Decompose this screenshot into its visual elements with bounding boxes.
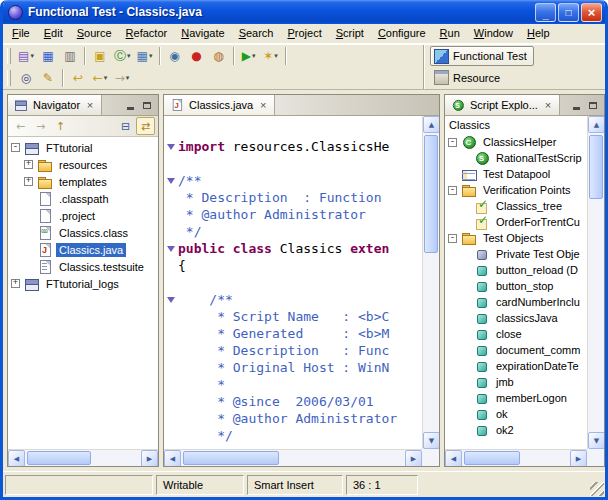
scroll-thumb[interactable] — [589, 135, 603, 199]
scroll-up-button[interactable]: ▲ — [423, 116, 440, 133]
menu-item-edit[interactable]: Edit — [37, 24, 70, 43]
script-hscrollbar[interactable]: ◀ ▶ — [445, 449, 587, 466]
scroll-track[interactable] — [423, 133, 439, 432]
scroll-thumb[interactable] — [27, 451, 91, 465]
navigator-tab[interactable]: Navigator × — [8, 95, 102, 115]
tree-item[interactable]: ok2 — [445, 422, 587, 438]
editor-vscrollbar[interactable]: ▲ ▼ — [422, 116, 439, 449]
tree-expander-plus-icon[interactable]: + — [24, 177, 33, 186]
maximize-view-icon[interactable] — [586, 99, 600, 112]
close-view-icon[interactable]: × — [84, 99, 96, 111]
tree-item[interactable]: OrderForTrentCu — [445, 214, 587, 230]
scroll-track[interactable] — [25, 450, 141, 466]
resize-grip-icon[interactable] — [590, 482, 604, 496]
menu-item-refactor[interactable]: Refactor — [119, 24, 175, 43]
tree-item[interactable]: button_reload (D — [445, 262, 587, 278]
toolbar-grip-icon[interactable] — [7, 48, 11, 64]
toolbar-grip-icon[interactable] — [7, 70, 11, 86]
maximize-view-icon[interactable] — [140, 99, 154, 112]
menu-item-project[interactable]: Project — [281, 24, 329, 43]
menu-item-script[interactable]: Script — [329, 24, 371, 43]
app-icon[interactable] — [8, 5, 23, 20]
tree-item[interactable]: close — [445, 326, 587, 342]
tree-item[interactable]: document_comm — [445, 342, 587, 358]
menu-item-source[interactable]: Source — [70, 24, 119, 43]
scroll-thumb[interactable] — [424, 135, 438, 253]
minimize-view-icon[interactable] — [569, 99, 583, 112]
tree-item[interactable]: jmb — [445, 374, 587, 390]
tree-item[interactable]: Classics_tree — [445, 198, 587, 214]
scroll-track[interactable] — [181, 450, 405, 466]
menu-item-window[interactable]: Window — [467, 24, 520, 43]
up-icon[interactable]: ↑ — [51, 117, 70, 135]
menu-item-file[interactable]: File — [5, 24, 37, 43]
new-test-folder-button[interactable]: ▣ — [89, 46, 111, 66]
forward-button[interactable]: →▾ — [111, 68, 133, 88]
new-datapool-button[interactable]: ▦▾ — [134, 46, 156, 66]
tree-expander-plus-icon[interactable]: + — [24, 160, 33, 169]
record-button[interactable]: ● — [186, 46, 208, 66]
menu-item-navigate[interactable]: Navigate — [174, 24, 231, 43]
tree-item[interactable]: Private Test Obje — [445, 246, 587, 262]
tree-item[interactable]: Classics.java — [8, 241, 158, 258]
run-button[interactable]: ▶▾ — [238, 46, 260, 66]
link-editor-icon[interactable]: ⇄ — [136, 117, 155, 135]
tree-item[interactable]: +FTtutorial_logs — [8, 275, 158, 292]
insert-recording-button[interactable]: ◍ — [208, 46, 230, 66]
tree-expander-minus-icon[interactable]: - — [448, 186, 457, 195]
tree-item[interactable]: expirationDateTe — [445, 358, 587, 374]
scroll-track[interactable] — [588, 133, 604, 432]
tree-item[interactable]: -ClassicsHelper — [445, 134, 587, 150]
tree-item[interactable]: memberLogon — [445, 390, 587, 406]
scroll-right-button[interactable]: ▶ — [405, 450, 422, 467]
maximize-button[interactable]: □ — [558, 3, 579, 22]
close-view-icon[interactable]: × — [542, 99, 554, 111]
tree-item[interactable]: Classics.class — [8, 224, 158, 241]
scroll-right-button[interactable]: ▶ — [141, 450, 158, 467]
tree-item[interactable]: -Test Objects — [445, 230, 587, 246]
tree-item[interactable]: +resources — [8, 156, 158, 173]
fold-marker-icon[interactable] — [164, 240, 178, 257]
tree-item[interactable]: button_stop — [445, 278, 587, 294]
perspective-resource[interactable]: Resource — [430, 68, 507, 88]
fold-marker-icon[interactable] — [164, 172, 178, 189]
fold-marker-icon[interactable] — [164, 291, 178, 308]
scroll-up-button[interactable]: ▲ — [588, 116, 605, 133]
new-class-button[interactable]: Ⓒ▾ — [111, 46, 134, 66]
print-button[interactable]: ▥ — [59, 46, 81, 66]
scroll-left-button[interactable]: ◀ — [164, 450, 181, 467]
tree-item[interactable]: +templates — [8, 173, 158, 190]
search-button[interactable]: ◎ — [15, 68, 37, 88]
scroll-down-button[interactable]: ▼ — [588, 432, 605, 449]
minimize-view-icon[interactable] — [123, 99, 137, 112]
tree-item[interactable]: Classics.testsuite — [8, 258, 158, 275]
tree-item[interactable]: classicsJava — [445, 310, 587, 326]
tree-item[interactable]: Test Datapool — [445, 166, 587, 182]
close-button[interactable]: × — [581, 3, 602, 22]
tree-item[interactable]: RationalTestScrip — [445, 150, 587, 166]
script-explorer-tab[interactable]: Script Explo... × — [445, 95, 560, 115]
mark-occurrences-button[interactable]: ✎ — [37, 68, 59, 88]
tree-expander-minus-icon[interactable]: - — [448, 138, 457, 147]
editor-hscrollbar[interactable]: ◀ ▶ — [164, 449, 422, 466]
script-vscrollbar[interactable]: ▲ ▼ — [587, 116, 604, 449]
tree-item[interactable]: .project — [8, 207, 158, 224]
tree-expander-plus-icon[interactable]: + — [11, 279, 20, 288]
menu-item-configure[interactable]: Configure — [371, 24, 433, 43]
script-root-label[interactable]: Classics — [445, 116, 587, 132]
wizard-button[interactable]: ✶▾ — [260, 46, 282, 66]
back-icon[interactable]: ← — [11, 117, 30, 135]
tree-expander-minus-icon[interactable]: - — [11, 143, 20, 152]
last-edit-location-button[interactable]: ↩ — [67, 68, 89, 88]
tree-expander-minus-icon[interactable]: - — [448, 234, 457, 243]
fold-marker-icon[interactable] — [164, 138, 178, 155]
collapse-all-icon[interactable]: ⊟ — [116, 117, 135, 135]
tree-item[interactable]: -Verification Points — [445, 182, 587, 198]
connect-application-button[interactable]: ◉ — [164, 46, 186, 66]
tree-item[interactable]: .classpath — [8, 190, 158, 207]
minimize-button[interactable]: _ — [535, 3, 556, 22]
perspective-functional-test[interactable]: Functional Test — [430, 46, 534, 66]
new-script-button[interactable]: ▤▾ — [15, 46, 37, 66]
tree-item[interactable]: -FTtutorial — [8, 139, 158, 156]
scroll-left-button[interactable]: ◀ — [445, 450, 462, 467]
